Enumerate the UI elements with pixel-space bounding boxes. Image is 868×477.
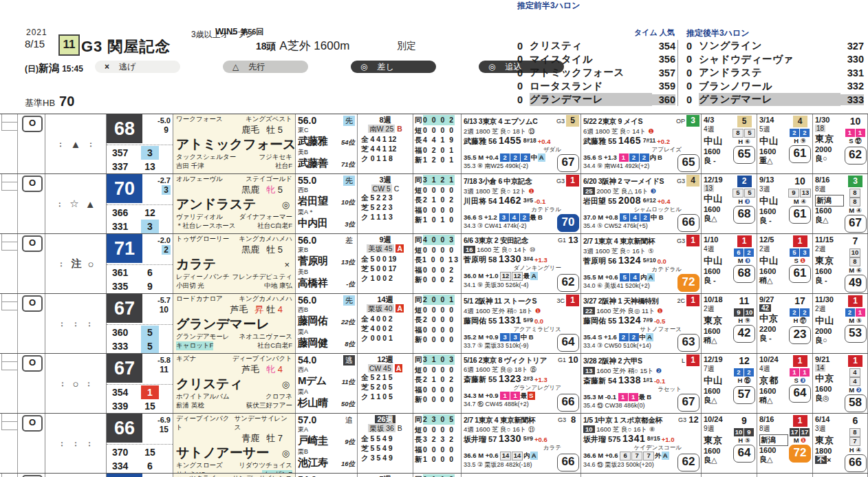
legend-pill-2[interactable]: ◎差し [351, 61, 436, 73]
running-style: 先 [343, 116, 355, 126]
mini-distance: 1600 [704, 447, 733, 455]
mini-distance: 1800 [815, 447, 844, 455]
stat-line: 長1 0 0 13 [415, 255, 459, 265]
mini-finish: 11 [737, 295, 752, 307]
gate-number: ⑮ [530, 365, 537, 373]
mini-distance: 1600 [704, 205, 733, 213]
mini-pace: H ⑤ [733, 436, 756, 444]
tipster-mark: ： [58, 438, 66, 449]
workout: CW 5 C [359, 184, 411, 193]
mini-speed-index: 61 [789, 145, 811, 163]
pace-list-item[interactable]: 0クリスティ354 [517, 39, 675, 53]
position-chip: 3 [500, 333, 510, 341]
mini-track: 中山 [704, 135, 733, 147]
mini-condition: 重△ [759, 156, 788, 166]
mini-interval: 2週 [704, 304, 715, 314]
position-chip: 2 [800, 129, 810, 137]
mini-speed-index: 68 [733, 265, 755, 283]
pace-list-item[interactable]: 0ロータスランド359 [517, 80, 675, 94]
owner: サトミHC [176, 470, 206, 473]
legend-pill-1[interactable]: △先行 [223, 61, 308, 73]
record-all: 全 5 2 2 3 [359, 193, 411, 202]
pace-list-item[interactable]: 0アトミックフォース357 [517, 66, 675, 80]
speed-index: 66 [557, 454, 579, 471]
rival-horse: カテドラル [583, 265, 699, 273]
carried-weight: 56.0 [298, 295, 316, 306]
race-grade: G3 [556, 117, 565, 125]
pace-list-item[interactable]: 0グランデマーレ360 [517, 93, 675, 107]
record-all: 全 5 0 0 19 [359, 254, 411, 264]
tipster-mark: ☆ [69, 198, 78, 210]
mini-speed-index: 66 [845, 454, 867, 472]
jockey-name: 菅原明 [298, 255, 328, 268]
pace-list-item[interactable]: 0シャドウディーヴァ330 [686, 53, 864, 67]
stats-cell: 同4 0 0 3短0 0 0 0長1 0 0 13福0 0 0 2新0 0 0 … [413, 234, 462, 293]
stat-line: 福0 2 0 1 [415, 145, 459, 156]
pace-time: 354 [652, 41, 675, 52]
mini-speed-index: 49 [845, 275, 867, 293]
stable-region: 東A [298, 425, 355, 434]
select-checkbox[interactable]: O [22, 415, 43, 432]
mini-race-0-cell: 1/10 4週 中山 1600 良 - 1 62 M ❸ 68 [702, 234, 757, 293]
select-checkbox[interactable]: O [22, 235, 43, 252]
race-grade: OP [676, 117, 685, 125]
select-checkbox[interactable]: O [22, 176, 43, 192]
horse-cell[interactable]: キズナディープインパクト 芦毛牝 4 クリスティ◎ ホワイトアルバムクロフネ 薪… [173, 354, 296, 413]
jockey-time-line: 坂井瑠 575 1341 8#15+1.0 [583, 434, 699, 444]
pace-list-item[interactable]: 0マイスタイル356 [517, 53, 675, 67]
mini-finish: 4 [793, 116, 807, 127]
past-race-mini: 11/15 2週 東京 1600 良 - 7 108 M ⑥ 49 [813, 234, 867, 293]
trainer-rank: -位 [346, 280, 355, 289]
tipster-marks: ：○： [45, 354, 107, 413]
mini-pace: M ⑤ [844, 317, 867, 324]
select-checkbox[interactable]: O [22, 295, 43, 312]
mini-pace: H ❸ [733, 198, 756, 205]
mini-speed-index: 61 [789, 265, 811, 283]
horse-cell[interactable]: ディープインパクトサンデーサイレンス 青鹿牡 7 サトノアーサー◎ キングスロー… [173, 414, 296, 473]
horse-cell[interactable]: ワークフォースキングズベスト 鹿毛牡 5 アトミックフォース× タックスシェルタ… [173, 114, 296, 173]
pace-list-item[interactable]: 0グランデマーレ333 [686, 93, 864, 107]
pace-mark: 0 [686, 54, 699, 65]
pace-mark: 0 [517, 54, 530, 65]
mini-distance: 1600 [759, 387, 788, 395]
mini-pace: H ⑥ [733, 138, 756, 145]
position-chip: 2 [629, 333, 639, 341]
pace-list-item[interactable]: 0ソングライン327 [686, 39, 864, 53]
mini-interval: 14 [815, 364, 825, 372]
mini-positions: 87 [844, 428, 867, 446]
select-cell: O [18, 234, 45, 293]
stat-line: 短0 0 0 0 [415, 365, 459, 375]
race-year: 2021 [26, 28, 47, 37]
past-race-detail: 1/5 1中京 1 スポ京都金杯G312 10 1600 芝 良○ 16ト ⑧ … [581, 414, 701, 469]
race1-cell: 6/6 3東京 2 安田記念G113 16 1600 芝 良○ 14ト ⑩ 菅原… [462, 234, 581, 293]
mini-speed-index: 62 [845, 147, 867, 165]
dam: キングスローズ [176, 461, 223, 470]
mini-pace: M ❶ [788, 436, 812, 444]
owner: ＊社台レースホース [176, 222, 235, 231]
select-checkbox[interactable]: O [22, 355, 43, 372]
horse-name: クリスティ [530, 39, 652, 52]
stat-line: 福0 0 0 0 [415, 205, 459, 215]
training-cell: 14週 栗坂 40 A 全 4 0 0 2 芝 4 0 0 2 ク 0 0 0 … [358, 294, 413, 353]
pace-list-item[interactable]: 0ブランノワール332 [686, 80, 864, 94]
past-race-detail: 7/18 3小倉 6 中京記念G31 3週 1800 芝 良○ 12ト ❶ 川田… [462, 174, 581, 230]
rest-weeks: 12週 [359, 354, 411, 364]
sire-sire: ステイゴールド [246, 175, 292, 184]
select-checkbox[interactable]: O [22, 116, 43, 132]
horse-row-2: O ：注○ 71 -2.02 3616 3359 トゥザグローリーキングカメハメ… [0, 234, 868, 294]
trainer-name: 中内田 [298, 217, 328, 230]
sire-sire: キングカメハメハ [239, 295, 292, 304]
mini-condition: 稍△ [759, 275, 788, 286]
rating-diff: -5.8 [142, 355, 171, 365]
mini-interval: 7週 [704, 364, 715, 374]
legend-pill-0[interactable]: ×逃げ [95, 61, 180, 73]
position-chip: 2 [510, 153, 520, 162]
horse-cell[interactable]: ロードカナロアキングカメハメハ 芦毛昇 牡 4 グランデマーレ グランデアモーレ… [173, 294, 296, 353]
finish-position: 12 [688, 414, 699, 425]
pace-list-item[interactable]: 0アンドラステ331 [686, 66, 864, 80]
jockey-time-line: 藤岡佑 55 1324 7#9-0.5 [583, 316, 699, 326]
horse-name: ロータスランド [530, 80, 652, 93]
horse-cell[interactable]: オルフェーヴルステイゴールド 黒鹿牝 5 アンドラステ◎ ヴァリディオルダイナフ… [173, 174, 296, 233]
running-style: 先 [343, 295, 355, 306]
horse-cell[interactable]: トゥザグローリーキングカメハメハ 黒鹿牡 5 カラテ× レディーノパンチフレンチ… [173, 234, 296, 293]
